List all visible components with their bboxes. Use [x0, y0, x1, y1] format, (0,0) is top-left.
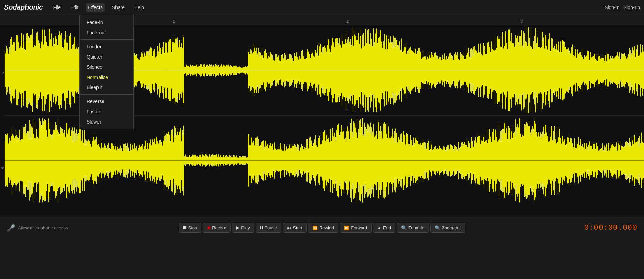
mic-icon: 🎤 — [7, 224, 15, 232]
effects-dropdown: Fade-in Fade-out Louder Quieter Silence … — [79, 15, 134, 129]
pause-button[interactable]: Pause — [256, 223, 282, 233]
record-label: Record — [212, 225, 226, 230]
effects-slower[interactable]: Slower — [80, 117, 133, 127]
forward-label: Forward — [351, 225, 367, 230]
channel-label-l: L — [0, 25, 5, 120]
effects-silence[interactable]: Silence — [80, 62, 133, 72]
nav-effects[interactable]: Effects — [86, 3, 105, 12]
forward-button[interactable]: Forward — [340, 223, 372, 233]
zoom-out-label: Zoom-out — [442, 225, 461, 230]
end-label: End — [383, 225, 391, 230]
forward-icon — [344, 226, 349, 230]
divider-1 — [80, 39, 133, 40]
rewind-label: Rewind — [319, 225, 334, 230]
stop-icon — [183, 226, 186, 229]
nav-share[interactable]: Share — [110, 3, 127, 12]
play-icon — [236, 226, 239, 230]
sign-up-link[interactable]: Sign-up — [624, 5, 640, 10]
effects-reverse[interactable]: Reverse — [80, 96, 133, 106]
zoom-in-label: Zoom-in — [408, 225, 425, 230]
stop-button[interactable]: Stop — [179, 223, 202, 233]
effects-quieter[interactable]: Quieter — [80, 52, 133, 62]
stop-label: Stop — [188, 225, 197, 230]
record-icon — [207, 226, 210, 229]
pause-icon — [260, 226, 263, 229]
start-icon — [287, 226, 291, 230]
sign-in-link[interactable]: Sign-in — [605, 5, 620, 10]
transport-bar: 🎤 Allow microphone access Stop Record Pl… — [0, 216, 644, 240]
logo: Sodaphonic — [4, 3, 43, 11]
allow-mic-text[interactable]: Allow microphone access — [18, 225, 68, 230]
rewind-icon — [312, 226, 318, 230]
nav-file[interactable]: File — [51, 3, 63, 12]
channel-label-r: R — [0, 120, 5, 216]
transport-buttons: Stop Record Play Pause Start R — [164, 223, 480, 233]
effects-normalise[interactable]: Normalise — [80, 72, 133, 82]
record-button[interactable]: Record — [203, 223, 231, 233]
play-label: Play — [241, 225, 250, 230]
header: Sodaphonic File Edit Effects Share Help … — [0, 0, 644, 15]
nav-edit[interactable]: Edit — [68, 3, 80, 12]
effects-louder[interactable]: Louder — [80, 42, 133, 52]
zoom-out-button[interactable]: 🔍 Zoom-out — [430, 223, 465, 233]
end-icon — [377, 226, 381, 230]
effects-fade-out[interactable]: Fade-out — [80, 28, 133, 38]
channel-labels: L R — [0, 25, 5, 216]
ruler-mark-3: 3 — [521, 19, 523, 23]
header-right: Sign-in Sign-up — [605, 5, 640, 10]
start-label: Start — [293, 225, 302, 230]
mic-section: 🎤 Allow microphone access — [7, 224, 164, 232]
start-button[interactable]: Start — [283, 223, 306, 233]
timer-display: 0:00:00.000 — [480, 224, 637, 232]
zoom-out-icon: 🔍 — [435, 225, 440, 230]
end-button[interactable]: End — [373, 223, 395, 233]
zoom-in-button[interactable]: 🔍 Zoom-in — [397, 223, 429, 233]
nav-menu: File Edit Effects Share Help — [51, 3, 605, 12]
zoom-in-icon: 🔍 — [401, 225, 407, 230]
effects-fade-in[interactable]: Fade-in — [80, 17, 133, 28]
play-button[interactable]: Play — [232, 223, 254, 233]
nav-help[interactable]: Help — [132, 3, 146, 12]
ruler-mark-1: 1 — [173, 19, 175, 23]
ruler-mark-2: 2 — [347, 19, 349, 23]
divider-2 — [80, 94, 133, 95]
effects-faster[interactable]: Faster — [80, 106, 133, 117]
effects-bleep-it[interactable]: Bleep it — [80, 82, 133, 93]
pause-label: Pause — [265, 225, 277, 230]
rewind-button[interactable]: Rewind — [308, 223, 338, 233]
